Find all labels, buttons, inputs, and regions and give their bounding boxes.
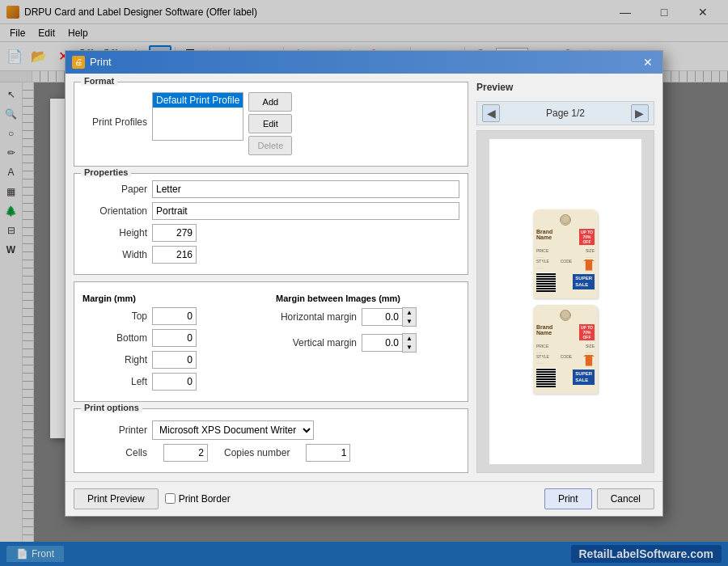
- add-profile-button[interactable]: Add: [248, 92, 292, 112]
- vertical-down-btn[interactable]: ▼: [403, 343, 416, 352]
- vertical-margin-label: Vertical margin: [276, 337, 357, 348]
- left-label: Left: [83, 376, 147, 387]
- page-label: Page 1/2: [546, 108, 585, 119]
- dialog-right-panel: Preview ◀ Page 1/2 ▶ BrandName UP TO70%O…: [476, 82, 654, 473]
- margin-col-left: Margin (mm) Top Bottom Right: [83, 294, 266, 395]
- orientation-row: Orientation: [83, 202, 459, 220]
- profile-item-default[interactable]: Default Print Profile: [153, 93, 243, 108]
- print-options-label: Print options: [81, 403, 142, 412]
- next-page-button[interactable]: ▶: [631, 104, 649, 122]
- printer-label: Printer: [83, 424, 147, 436]
- cells-copies-row: Cells Copies number: [83, 444, 459, 462]
- preview-nav: ◀ Page 1/2 ▶: [476, 101, 654, 125]
- orientation-input[interactable]: [152, 202, 459, 220]
- dialog-overlay: 🖨 Print ✕ Format Print Profiles Default …: [0, 0, 728, 566]
- format-section: Format Print Profiles Default Print Prof…: [74, 82, 468, 167]
- properties-section-label: Properties: [81, 167, 131, 177]
- width-label: Width: [83, 249, 147, 260]
- prev-page-button[interactable]: ◀: [482, 104, 500, 122]
- top-row: Top: [83, 307, 266, 325]
- footer-left: Print Preview Print Border: [74, 488, 231, 509]
- format-section-label: Format: [81, 76, 117, 86]
- print-profiles-label: Print Profiles: [83, 116, 147, 128]
- label-card-1: BrandName UP TO70%OFF PRICE____ SIZE____…: [533, 209, 598, 298]
- orientation-label: Orientation: [83, 205, 147, 217]
- print-dialog: 🖨 Print ✕ Format Print Profiles Default …: [65, 50, 663, 517]
- dialog-title-left: 🖨 Print: [72, 56, 112, 69]
- height-row: Height: [83, 224, 459, 242]
- height-input[interactable]: [152, 224, 197, 242]
- horizontal-margin-label: Horizontal margin: [276, 311, 357, 323]
- print-border-checkbox[interactable]: [165, 493, 176, 504]
- vertical-spinner-btns: ▲ ▼: [402, 333, 417, 353]
- margin-split: Margin (mm) Top Bottom Right: [83, 294, 459, 395]
- width-input[interactable]: [152, 246, 197, 264]
- horizontal-up-btn[interactable]: ▲: [403, 308, 416, 317]
- print-profiles-row: Print Profiles Default Print Profile Add…: [83, 89, 459, 155]
- margin-col-right: Margin between Images (mm) Horizontal ma…: [276, 294, 459, 395]
- bottom-input[interactable]: [152, 329, 197, 347]
- dialog-body: Format Print Profiles Default Print Prof…: [66, 74, 662, 481]
- width-row: Width: [83, 246, 459, 264]
- profile-buttons: Add Edit Delete: [248, 92, 292, 155]
- margin-between-title: Margin between Images (mm): [276, 294, 459, 303]
- profile-list[interactable]: Default Print Profile: [152, 92, 243, 141]
- left-row: Left: [83, 373, 266, 391]
- cancel-button[interactable]: Cancel: [597, 488, 654, 509]
- bottom-row: Bottom: [83, 329, 266, 347]
- printer-select[interactable]: Microsoft XPS Document Writer Microsoft …: [152, 420, 314, 440]
- margin-section: Margin (mm) Top Bottom Right: [74, 281, 468, 402]
- vertical-margin-row: Vertical margin ▲ ▼: [276, 333, 459, 353]
- dialog-title: Print: [90, 56, 112, 68]
- footer-right: Print Cancel: [544, 488, 654, 509]
- vertical-margin-input[interactable]: [362, 334, 402, 352]
- edit-profile-button[interactable]: Edit: [248, 114, 292, 133]
- right-input[interactable]: [152, 351, 197, 369]
- margin-title: Margin (mm): [83, 294, 266, 303]
- preview-title: Preview: [476, 82, 654, 96]
- height-label: Height: [83, 227, 147, 239]
- print-border-text: Print Border: [179, 493, 231, 505]
- horizontal-margin-row: Horizontal margin ▲ ▼: [276, 307, 459, 327]
- left-input[interactable]: [152, 373, 197, 391]
- cells-label: Cells: [83, 447, 147, 458]
- top-label: Top: [83, 310, 147, 322]
- paper-input[interactable]: [152, 180, 459, 198]
- preview-paper: BrandName UP TO70%OFF PRICE____ SIZE____…: [489, 139, 641, 464]
- dialog-close-button[interactable]: ✕: [640, 54, 656, 70]
- print-options-section: Print options Printer Microsoft XPS Docu…: [74, 408, 468, 473]
- horizontal-down-btn[interactable]: ▼: [403, 317, 416, 326]
- right-label: Right: [83, 354, 147, 365]
- preview-canvas: BrandName UP TO70%OFF PRICE____ SIZE____…: [476, 130, 654, 473]
- bottom-label: Bottom: [83, 332, 147, 344]
- printer-row: Printer Microsoft XPS Document Writer Mi…: [83, 420, 459, 440]
- cells-input[interactable]: [163, 444, 208, 462]
- paper-row: Paper: [83, 180, 459, 198]
- horizontal-margin-spinner: ▲ ▼: [362, 307, 417, 327]
- print-preview-button[interactable]: Print Preview: [74, 488, 159, 509]
- print-border-label: Print Border: [165, 493, 231, 505]
- properties-section: Properties Paper Orientation Height: [74, 173, 468, 275]
- profiles-area: Default Print Profile Add Edit Delete: [152, 92, 292, 155]
- copies-label: Copies number: [224, 447, 290, 458]
- paper-label: Paper: [83, 184, 147, 195]
- delete-profile-button[interactable]: Delete: [248, 136, 292, 155]
- dialog-footer: Print Preview Print Border Print Cancel: [66, 481, 662, 516]
- dialog-title-bar: 🖨 Print ✕: [66, 51, 662, 74]
- dialog-icon: 🖨: [72, 56, 85, 69]
- horizontal-spinner-btns: ▲ ▼: [402, 307, 417, 327]
- right-row: Right: [83, 351, 266, 369]
- print-action-button[interactable]: Print: [544, 488, 592, 509]
- vertical-margin-spinner: ▲ ▼: [362, 333, 417, 353]
- top-input[interactable]: [152, 307, 197, 325]
- horizontal-margin-input[interactable]: [362, 308, 402, 326]
- vertical-up-btn[interactable]: ▲: [403, 334, 416, 343]
- dialog-left-panel: Format Print Profiles Default Print Prof…: [74, 82, 468, 473]
- label-card-2: BrandName UP TO70%OFF PRICE____ SIZE____…: [533, 305, 598, 394]
- copies-input[interactable]: [306, 444, 350, 462]
